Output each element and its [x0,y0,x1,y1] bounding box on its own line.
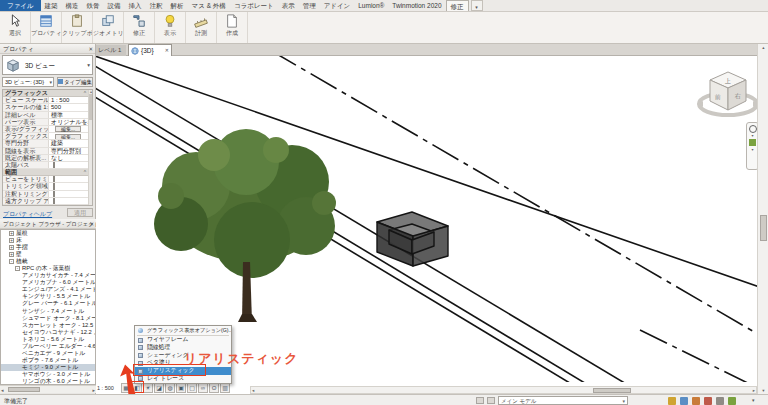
tree-element[interactable] [154,129,336,322]
steering-wheel-icon[interactable] [749,125,757,133]
property-row[interactable]: 隠線を表示専門分野別 [3,148,92,155]
tree-item-roofs[interactable]: +屋根 [1,230,95,237]
expand-icon[interactable]: + [9,238,14,243]
property-row[interactable]: トリミング領域を... [3,183,92,190]
property-row[interactable]: 詳細レベル標準 [3,112,92,119]
tree-item[interactable]: サンザシ - 7.4 メートル [1,308,95,315]
tree-item-floors[interactable]: +床 [1,237,95,244]
close-icon[interactable]: ✕ [88,44,93,54]
edit-type-button[interactable]: タイプ編集 [57,77,93,87]
tab-structure[interactable]: 構造 [62,0,83,11]
property-row[interactable]: ビュー スケール1 : 500 [3,97,92,104]
scrollbar-thumb[interactable] [593,388,631,393]
menu-item-graphic-display-options[interactable]: グラフィックス表示オプション(G)... [135,326,231,335]
type-selector[interactable]: 3D ビュー ▾ [2,55,93,75]
checkbox[interactable] [53,162,55,168]
tree-item-planting[interactable]: -植栽 [1,258,95,265]
view-tab-level1[interactable]: レベル 1 [96,45,126,56]
ribbon-group-create[interactable]: 作成 [217,12,248,43]
edit-button[interactable]: 編集... [55,126,81,132]
tree-item[interactable]: トネリコ - 5.6 メートル [1,336,95,343]
ribbon-group-view[interactable]: 表示 [155,12,186,43]
property-row[interactable]: グラフィックス表...編集... [3,133,92,140]
tab-lumion[interactable]: Lumion® [354,0,388,11]
tab-file[interactable]: ファイル [0,0,41,11]
sun-path-icon[interactable]: ☀ [143,383,153,393]
tab-manage[interactable]: 管理 [299,0,320,11]
horizontal-scrollbar[interactable]: ◂ ▸ [250,386,757,394]
render-icon[interactable]: ◍ [165,383,175,393]
tree-item[interactable]: グレー バーチ - 6.1 メートル [1,300,95,307]
view-tab-3d[interactable]: {3D} ✕ [128,44,172,56]
properties-palette-header[interactable]: プロパティ ✕ [0,44,95,54]
checkbox[interactable] [53,176,55,182]
ribbon-group-measure[interactable]: 計測 [186,12,217,43]
tree-item[interactable]: スカーレット オーク - 12.5 メートル [1,322,95,329]
checkbox[interactable] [53,183,55,189]
tab-insert[interactable]: 挿入 [125,0,146,11]
tree-item[interactable]: キングサリ - 5.5 メートル [1,293,95,300]
tab-annotate[interactable]: 注釈 [146,0,167,11]
tree-item[interactable]: シュマード オーク - 8.1 メートル [1,315,95,322]
tab-massing-site[interactable]: マス & 外構 [188,0,230,11]
temporary-view-icon[interactable]: ▥ [220,383,230,393]
collapse-icon[interactable]: - [9,259,14,264]
property-row[interactable]: 専門分野建築 [3,140,92,147]
tree-item-rpc-tree[interactable]: -RPC の木 - 落葉樹 [1,265,95,272]
link-icon[interactable] [680,397,688,405]
chevron-down-icon[interactable]: ▾ [87,62,90,68]
tree-item[interactable]: リンゴの木 - 6.0 メートル [1,378,95,385]
expand-icon[interactable]: + [9,252,14,257]
worksets-icon[interactable] [476,397,484,404]
design-options-icon[interactable] [487,397,495,404]
collapse-icon[interactable]: - [15,266,20,271]
pan-zoom-icon[interactable] [749,139,756,146]
checkbox[interactable] [53,198,55,204]
ribbon-state-toggle[interactable]: ▾ [471,0,483,11]
browser-hscrollbar[interactable]: ◂ ▸ [0,385,96,393]
property-row[interactable]: 既定の解析表...なし [3,155,92,162]
editable-only-icon[interactable] [668,397,676,405]
section-graphics[interactable]: グラフィックス^ [3,90,92,97]
tab-addins[interactable]: アドイン [320,0,355,11]
viewcube-left-label[interactable]: 前 [714,94,721,100]
ribbon-group-clipboard[interactable]: クリップボ.. [62,12,93,43]
tree-item-railings[interactable]: +手摺 [1,244,95,251]
vertical-scrollbar[interactable]: ▴ ▾ [757,44,768,394]
scrollbar-thumb[interactable] [89,94,93,120]
menu-item-wireframe[interactable]: ワイヤフレーム [135,336,231,344]
tree-item[interactable]: ポプラ - 7.6 メートル [1,357,95,364]
expand-icon[interactable]: + [9,245,14,250]
tree-item[interactable]: アメリカサイカチ - 7.4 メートル [1,272,95,279]
crop-view-icon[interactable]: ▣ [176,383,186,393]
chevron-down-icon[interactable]: ▾ [752,397,755,403]
ribbon-group-select[interactable]: 選択 [0,12,31,43]
tab-architecture[interactable]: 建築 [41,0,62,11]
tab-systems[interactable]: 設備 [104,0,125,11]
view-selector-combobox[interactable]: 3D ビュー: {3D} ▾ [2,77,54,87]
collapse-icon[interactable]: ^ [84,90,86,97]
exclude-options-icon[interactable] [692,397,700,405]
tree-item-walls[interactable]: +壁 [1,251,95,258]
checkbox[interactable] [53,191,55,197]
tab-collaborate[interactable]: コラボレート [230,0,278,11]
shadows-icon[interactable]: ◪ [154,383,164,393]
property-row[interactable]: 太陽パス [3,162,92,169]
filter-icon[interactable] [728,397,736,405]
tree-item-selected[interactable]: モミジ - 9.0 メートル [1,364,95,371]
properties-help-link[interactable]: プロパティヘルプ [3,210,52,219]
design-option-combobox[interactable]: メイン モデル ▾ [498,396,628,405]
scrollbar-thumb[interactable] [8,387,40,392]
crop-region-icon[interactable]: ▢ [187,383,197,393]
viewcube-right-label[interactable]: 右 [734,92,741,100]
tab-view[interactable]: 表示 [278,0,299,11]
viewcube[interactable]: 上 前 右 [693,60,757,130]
select-pinned-icon[interactable] [716,397,724,405]
tree-item[interactable]: ベニカエデ - 9 メートル [1,350,95,357]
edit-button[interactable]: 編集... [55,134,81,140]
tree-item[interactable]: ヤマボウシ - 3.0 メートル [1,371,95,378]
apply-button[interactable]: 適用 [67,208,93,217]
property-row[interactable]: 遠方クリップ アク... [3,198,92,205]
tab-twinmotion[interactable]: Twinmotion 2020 [388,0,445,11]
tree-item[interactable]: セイヨウハコヤナギ - 12.2 メートル [1,329,95,336]
